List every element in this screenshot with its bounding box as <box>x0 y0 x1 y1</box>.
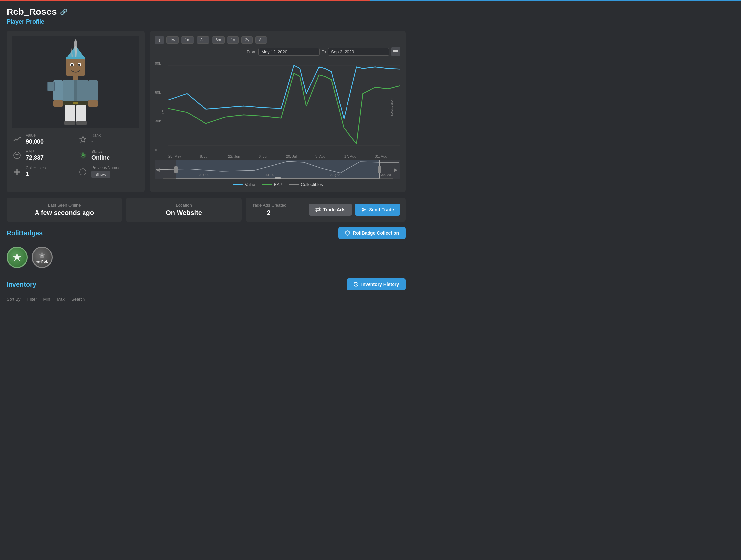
svg-rect-8 <box>78 64 80 66</box>
location-label: Location <box>134 203 233 208</box>
status-label: Status <box>91 149 110 154</box>
legend-rap-line <box>262 184 272 185</box>
trade-ads-button[interactable]: Trade Ads <box>309 204 352 216</box>
y-label-0: 0 <box>155 148 168 152</box>
x-label-aug17: 17. Aug <box>344 154 356 158</box>
time-btn-all[interactable]: All <box>256 37 267 44</box>
rank-number: - <box>91 138 100 145</box>
to-date-input[interactable] <box>328 48 389 56</box>
x-label-jul6: 6. Jul <box>259 154 267 158</box>
time-btn-1y[interactable]: 1y <box>227 37 239 44</box>
y-label-30k: 30k <box>155 119 168 123</box>
svg-rect-9 <box>73 76 78 80</box>
trade-ads-icon <box>315 207 321 212</box>
x-label-jun8: 8. Jun <box>200 154 210 158</box>
x-label-jul20: 20. Jul <box>286 154 296 158</box>
filter-min: Min <box>44 297 50 302</box>
legend-collectibles: Collectibles <box>289 182 323 187</box>
legend-collectibles-label: Collectibles <box>301 182 323 187</box>
svg-rect-4 <box>66 59 85 76</box>
svg-rect-32 <box>17 172 20 175</box>
rolibadge-collection-button[interactable]: RoliBadge Collection <box>338 227 406 239</box>
stat-rap-item: RAP 72,837 <box>12 149 74 161</box>
stat-value-content: Value 90,000 <box>26 133 44 145</box>
show-names-button[interactable]: Show <box>91 170 110 178</box>
svg-rect-16 <box>53 100 63 107</box>
filter-sort-by: Sort By <box>7 297 21 302</box>
svg-text:Jul '20: Jul '20 <box>265 173 274 177</box>
svg-rect-23 <box>64 121 75 125</box>
svg-rect-14 <box>73 101 78 104</box>
trade-ads-label: Trade Ads Created <box>251 203 287 208</box>
time-btn-1m[interactable]: 1m <box>181 37 194 44</box>
prev-names-label: Previous Names <box>91 165 120 170</box>
svg-rect-22 <box>76 105 86 123</box>
filter-filter: Filter <box>27 297 37 302</box>
filter-search: Search <box>71 297 85 302</box>
stat-prev-names-item: Previous Names Show <box>78 165 139 178</box>
link-icon[interactable]: 🔗 <box>60 8 67 15</box>
chart-info-button[interactable]: ! <box>155 36 164 44</box>
collectibles-v-label: Collectibles <box>390 97 394 116</box>
inventory-filters: Sort By Filter Min Max Search <box>7 294 406 302</box>
svg-text:Jun '20: Jun '20 <box>199 173 209 177</box>
stat-status-item: Status Online <box>78 149 139 161</box>
svg-marker-57 <box>13 253 21 261</box>
svg-text:Aug '20: Aug '20 <box>330 173 342 177</box>
svg-rect-17 <box>88 80 98 101</box>
rap-icon <box>12 150 22 161</box>
trade-ads-value: 2 <box>251 209 287 217</box>
y-label-60k: 60k <box>155 90 168 94</box>
y-label-90k: 90k <box>155 61 168 65</box>
stat-rank-content: Rank - <box>91 133 100 145</box>
from-date-input[interactable] <box>258 48 320 56</box>
chart-wrapper: 90k 60k 30k 0 RS <box>155 60 400 153</box>
location-value: On Website <box>134 209 233 217</box>
chart-menu-button[interactable] <box>391 47 400 56</box>
svg-rect-19 <box>48 82 54 91</box>
send-trade-icon <box>361 207 366 212</box>
inventory-title: Inventory <box>7 281 36 288</box>
svg-text:▶: ▶ <box>394 167 398 172</box>
svg-rect-18 <box>88 100 98 107</box>
chart-legend: Value RAP Collectibles <box>155 182 400 187</box>
mini-chart[interactable]: Jun '20 Jul '20 Aug '20 Sep '20 ◀ ▶ <box>155 160 400 180</box>
legend-rap-label: RAP <box>274 182 283 187</box>
value-number: 90,000 <box>26 138 44 145</box>
x-label-jun22: 22. Jun <box>228 154 240 158</box>
rap-number: 72,837 <box>26 154 44 161</box>
legend-collectibles-line <box>289 184 299 185</box>
stat-status-content: Status Online <box>91 149 110 161</box>
info-cards-row: Last Seen Online A few seconds ago Locat… <box>7 198 406 222</box>
time-btn-2y[interactable]: 2y <box>241 37 253 44</box>
from-label: From <box>247 49 256 54</box>
stat-prev-names-content: Previous Names Show <box>91 165 120 178</box>
time-btn-1w[interactable]: 1w <box>166 37 179 44</box>
status-icon <box>78 150 88 161</box>
badge-star[interactable] <box>7 247 27 268</box>
inventory-history-button[interactable]: Inventory History <box>347 278 406 290</box>
x-label-aug31: 31. Aug <box>375 154 387 158</box>
mini-chart-svg: Jun '20 Jul '20 Aug '20 Sep '20 ◀ ▶ <box>155 160 400 180</box>
svg-marker-58 <box>39 252 45 258</box>
x-label-may25: 25. May <box>168 154 181 158</box>
last-seen-label: Last Seen Online <box>14 203 114 208</box>
left-panel: Value 90,000 Rank - <box>7 30 145 192</box>
rank-label: Rank <box>91 133 100 138</box>
stat-rank-item: Rank - <box>78 133 139 145</box>
value-icon <box>12 134 22 145</box>
filter-max: Max <box>57 297 65 302</box>
rolibadges-section: RoliBadges RoliBadge Collection <box>7 227 406 272</box>
legend-value-line <box>233 184 243 185</box>
send-trade-button[interactable]: Send Trade <box>355 204 400 216</box>
avatar-container <box>12 36 139 128</box>
username-row: Reb_Roses 🔗 <box>7 7 406 17</box>
svg-rect-47 <box>378 166 381 173</box>
badge-verified[interactable]: Verified. <box>31 247 53 268</box>
date-range: From To <box>247 47 400 56</box>
time-btn-6m[interactable]: 6m <box>212 37 225 44</box>
svg-rect-12 <box>63 80 74 103</box>
legend-value-label: Value <box>245 182 255 187</box>
page-title: Player Profile <box>7 18 406 25</box>
time-btn-3m[interactable]: 3m <box>197 37 209 44</box>
